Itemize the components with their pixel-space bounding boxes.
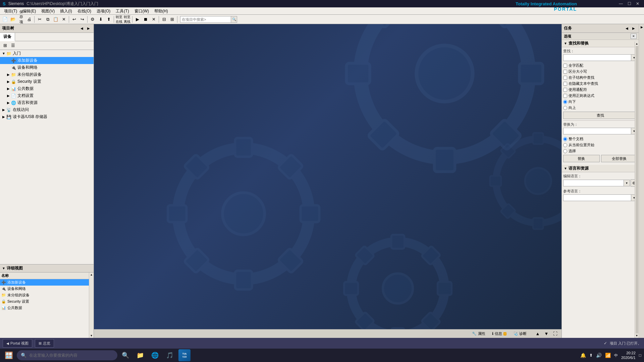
detail-collapse-btn[interactable]: ▼ [2, 266, 5, 270]
checkbox-regex-input[interactable] [563, 94, 567, 98]
maximize-button[interactable]: ☐ [626, 0, 633, 7]
tree-item-online[interactable]: ▶ 📡 在线访问 [0, 106, 94, 113]
detail-item-2[interactable]: 📁 未分组的设备 [0, 292, 89, 298]
checkbox-substructure-input[interactable] [563, 76, 567, 80]
tree-container[interactable]: ▼ 📁 入门 ➕ 添加新设备 🔌 设备和网络 [0, 50, 94, 264]
sys-tray-hide-btn[interactable]: □ [639, 353, 641, 358]
taskbar-search-app[interactable]: 🔍 [119, 349, 131, 361]
menu-project[interactable]: 项目(T) [1, 7, 20, 15]
far-right-tab-btn[interactable]: ▶ [639, 24, 644, 30]
expand-icon-security[interactable]: ▶ [6, 80, 11, 83]
tree-item-docs[interactable]: ▶ 📄 文档设置 [0, 92, 94, 99]
radio-from-cursor-input[interactable] [563, 143, 567, 147]
right-panel-scrollbar[interactable]: ▲ ▼ [635, 42, 639, 338]
close-button[interactable]: ✕ [634, 0, 641, 7]
toolbar-search-submit[interactable]: 🔍 [231, 16, 237, 22]
expand-icon-lang[interactable]: ▶ [6, 101, 11, 105]
tree-item-ungrouped[interactable]: ▶ 📁 未分组的设备 [0, 71, 94, 78]
tree-item-lang[interactable]: ▶ 🌐 语言和资源 [0, 99, 94, 106]
toolbar-search-box[interactable]: 🔍 [180, 16, 237, 23]
replace-button[interactable]: 替换 [563, 155, 600, 162]
right-scroll-down[interactable]: ▼ [636, 334, 638, 337]
detail-item-3[interactable]: 🔒 Security 设置 [0, 298, 89, 305]
right-panel-scroll[interactable]: ▼ 查找和替换 查找： ▼ 全字匹配 [562, 40, 639, 338]
ref-lang-select[interactable]: ▼ [563, 194, 637, 201]
tree-icon-view-btn[interactable]: ⊞ [1, 42, 9, 49]
scroll-up-btn[interactable]: ▲ [90, 273, 93, 276]
radio-up-input[interactable] [563, 106, 567, 110]
expand-icon-docs[interactable]: ▶ [6, 94, 11, 98]
toolbar-copy-btn[interactable]: ⧉ [44, 16, 51, 23]
menu-tools[interactable]: 工具(T) [113, 7, 131, 15]
windows-start-btn[interactable]: 🪟 [3, 349, 15, 361]
detail-item-0[interactable]: ➕ 添加新设备 [0, 279, 89, 286]
toolbar-stop-btn[interactable]: ⏹ [142, 16, 149, 23]
portal-view-tab[interactable]: ◀ Portal 视图 [3, 339, 32, 348]
toolbar-upload-btn[interactable]: ⬆ [105, 16, 112, 23]
taskbar-search-bar[interactable]: 🔍 [17, 350, 117, 360]
radio-down-input[interactable] [563, 100, 567, 104]
ref-lang-input[interactable] [564, 196, 631, 200]
taskbar-browser-app[interactable]: 🌐 [149, 349, 161, 361]
toolbar-search-input[interactable] [180, 16, 231, 22]
detail-item-1[interactable]: 🔌 设备和网络 [0, 286, 89, 292]
properties-tab[interactable]: 🔧 属性 [470, 330, 487, 337]
replace-input-wrapper[interactable]: ▼ [563, 128, 637, 134]
tree-item-usb[interactable]: ▶ 💾 读卡器/USB 存储器 [0, 113, 94, 120]
taskbar-tia-app[interactable]: TIA V15 [178, 349, 191, 361]
checkbox-full-word-input[interactable] [563, 64, 567, 68]
toolbar-cut-btn[interactable]: ✂ [36, 16, 43, 23]
toolbar-goto-online-btn[interactable]: 转至在线 [115, 16, 123, 23]
tree-item-security[interactable]: ▶ 🔒 Security 设置 [0, 78, 94, 85]
toolbar-print-btn[interactable]: 🖨 [25, 16, 33, 23]
canvas-nav-down[interactable]: ▼ [543, 330, 550, 338]
replace-input[interactable] [564, 129, 631, 133]
menu-online[interactable]: 在线(O) [75, 7, 94, 15]
editor-lang-dropdown[interactable]: ▼ [624, 180, 630, 186]
editor-lang-input[interactable] [564, 181, 624, 185]
right-scroll-up[interactable]: ▲ [636, 42, 638, 45]
toolbar-goto-offline-btn[interactable]: 转至离线 [123, 16, 131, 23]
expand-icon-online[interactable]: ▶ [1, 108, 6, 112]
canvas-nav-up[interactable]: ▲ [534, 330, 541, 338]
tree-item-public-data[interactable]: ▶ 📊 公共数据 [0, 85, 94, 92]
find-input[interactable] [564, 56, 631, 60]
toolbar-save-btn[interactable]: 保存项目 [17, 16, 25, 23]
minimize-button[interactable]: — [617, 0, 625, 7]
detail-item-4[interactable]: 📊 公共数据 [0, 305, 89, 311]
toolbar-split-v-btn[interactable]: ⊞ [168, 16, 176, 23]
editor-lang-select[interactable]: ▼ [563, 180, 630, 186]
toolbar-split-h-btn[interactable]: ⊟ [160, 16, 168, 23]
overview-tab[interactable]: ⊞ 总览 [35, 339, 54, 348]
checkbox-case-sensitive-input[interactable] [563, 70, 567, 74]
tree-item-add-device[interactable]: ➕ 添加新设备 [0, 57, 94, 64]
menu-help[interactable]: 帮助(H) [152, 7, 171, 15]
menu-view[interactable]: 视图(V) [39, 7, 57, 15]
tree-expand-btn[interactable]: ▶ [86, 25, 92, 32]
toolbar-open-btn[interactable]: 📂 [9, 16, 17, 23]
tasks-expand-btn[interactable]: ▶ [631, 25, 637, 32]
toolbar-monitor-btn[interactable]: ▶ [134, 16, 141, 23]
options-close-btn[interactable]: ✕ [631, 34, 637, 39]
taskbar-files-app[interactable]: 📁 [134, 349, 146, 361]
menu-window[interactable]: 窗口(W) [132, 7, 152, 15]
tasks-minimize-btn[interactable]: ◀ [624, 25, 630, 32]
find-input-wrapper[interactable]: ▼ [563, 54, 637, 61]
toolbar-x-btn[interactable]: ✕ [150, 16, 157, 23]
menu-options[interactable]: 选项(O) [94, 7, 113, 15]
taskbar-search-input[interactable] [29, 353, 113, 358]
tree-list-view-btn[interactable]: ☰ [9, 42, 17, 49]
device-tab[interactable]: 设备 [0, 33, 15, 41]
toolbar-delete-btn[interactable]: ✕ [60, 16, 67, 23]
expand-icon-usb[interactable]: ▶ [1, 115, 6, 119]
detail-scrollbar[interactable]: ▲ ▼ [89, 273, 94, 338]
tree-item-device-network[interactable]: 🔌 设备和网络 [0, 64, 94, 71]
toolbar-compile-btn[interactable]: ⚙ [89, 16, 96, 23]
radio-whole-doc-input[interactable] [563, 137, 567, 141]
toolbar-download-btn[interactable]: ⬇ [97, 16, 104, 23]
diagnostics-tab[interactable]: 🩺 诊断 [511, 330, 529, 337]
checkbox-hidden-text-input[interactable] [563, 82, 567, 86]
title-bar-controls[interactable]: — ☐ ✕ [617, 0, 641, 7]
toolbar-undo-btn[interactable]: ↩ [70, 16, 78, 23]
toolbar-paste-btn[interactable]: 📋 [52, 16, 59, 23]
